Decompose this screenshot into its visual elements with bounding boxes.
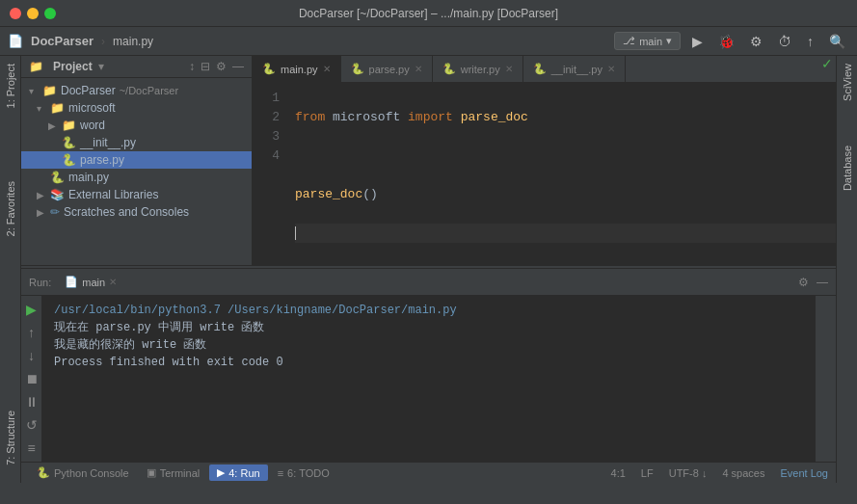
- run-minimize-icon[interactable]: —: [817, 276, 828, 289]
- run-play-button[interactable]: ▶: [24, 300, 39, 319]
- run-stop-button[interactable]: ⏹: [23, 369, 40, 388]
- tree-scratches-item[interactable]: ▶ ✏ Scratches and Consoles: [21, 203, 252, 221]
- tab-main-py-label: main.py: [281, 64, 318, 75]
- run-button[interactable]: ▶: [688, 32, 707, 51]
- word-folder-icon: 📁: [62, 119, 76, 132]
- sidebar-item-database[interactable]: Database: [838, 138, 857, 199]
- line-ending: LF: [641, 467, 654, 479]
- sync-icon[interactable]: ↕: [189, 60, 195, 73]
- run-output: /usr/local/bin/python3.7 /Users/kingname…: [42, 296, 815, 462]
- sidebar-item-favorites[interactable]: 2: Favorites: [1, 173, 20, 244]
- main-toolbar: 📄 DocParser › main.py ⎇ main ▾ ▶ 🐞 ⚙ ⏱ ↑…: [0, 27, 857, 56]
- run-up-button[interactable]: ↑: [26, 323, 37, 342]
- run-main-tab[interactable]: 📄 main ✕: [57, 269, 124, 295]
- maximize-button[interactable]: [44, 8, 56, 19]
- tree-main-item[interactable]: ▶ 🐍 main.py: [21, 169, 252, 186]
- profile-button[interactable]: ⏱: [774, 32, 795, 51]
- bottom-tabs: 🐍 Python Console ▣ Terminal ▶ 4: Run ≡ 6…: [29, 464, 337, 481]
- close-button[interactable]: [10, 8, 21, 19]
- ext-libs-icon: 📚: [50, 188, 65, 201]
- tree-microsoft-item[interactable]: ▾ 📁 microsoft: [21, 99, 252, 117]
- titlebar: DocParser [~/DocParser] – .../main.py [D…: [0, 0, 857, 27]
- python-console-label: Python Console: [54, 467, 129, 479]
- code-content[interactable]: from microsoft import parse_doc parse_do…: [287, 83, 836, 265]
- run-rerun-button[interactable]: ↺: [24, 415, 40, 435]
- tree-word-item[interactable]: ▶ 📁 word: [21, 117, 252, 134]
- code-line-3: parse_doc(): [295, 187, 378, 201]
- scratches-label: Scratches and Consoles: [64, 205, 189, 219]
- tab-close-icon[interactable]: ✕: [415, 64, 422, 74]
- main-file-icon: 🐍: [50, 171, 65, 184]
- code-line-1: from microsoft import parse_doc: [295, 110, 528, 124]
- tab-close-icon[interactable]: ✕: [505, 64, 513, 74]
- line-numbers: 1 2 3 4: [253, 83, 287, 265]
- tab-close-icon[interactable]: ✕: [323, 64, 331, 74]
- collapse-icon[interactable]: ⊟: [201, 60, 210, 73]
- sidebar-item-sciview[interactable]: SciView: [838, 56, 857, 109]
- run-pause-button[interactable]: ⏸: [23, 392, 40, 411]
- output-line-5: Process finished with exit code 0: [54, 354, 803, 371]
- tab-init-py[interactable]: 🐍 __init__.py ✕: [523, 56, 626, 82]
- terminal-icon: ▣: [147, 466, 156, 479]
- word-label: word: [80, 119, 105, 132]
- init-label: __init__.py: [80, 136, 136, 149]
- project-header-label: Project: [53, 60, 93, 73]
- debug-button[interactable]: 🐞: [714, 32, 738, 51]
- parse-label: parse.py: [80, 153, 124, 167]
- run-tab-name: main: [82, 277, 105, 288]
- scratches-icon: ✏: [50, 205, 60, 219]
- output-line-2: 现在在 parse.py 中调用 write 函数: [54, 319, 803, 336]
- microsoft-label: microsoft: [68, 101, 116, 115]
- tab-close-icon[interactable]: ✕: [607, 64, 615, 74]
- sidebar-item-project[interactable]: 1: Project: [1, 56, 20, 116]
- more-icon[interactable]: —: [232, 60, 244, 73]
- tree-parse-item[interactable]: ▶ 🐍 parse.py: [21, 151, 252, 169]
- tree-arrow-collapsed-icon: ▶: [37, 190, 46, 200]
- run-right-controls: [815, 296, 836, 462]
- code-line-4: [295, 224, 836, 243]
- terminal-label: Terminal: [160, 467, 201, 479]
- vcs-button[interactable]: ↑: [803, 32, 817, 51]
- left-sidebar: 1: Project 2: Favorites 7: Structure: [0, 56, 21, 483]
- tab-py-icon: 🐍: [262, 63, 276, 75]
- code-editor[interactable]: 1 2 3 4 from microsoft import parse_doc …: [253, 83, 836, 265]
- run-wrap-icon[interactable]: ≡: [25, 438, 37, 458]
- tab-py-icon: 🐍: [351, 63, 364, 75]
- tree-arrow-collapsed-icon: ▶: [37, 207, 46, 218]
- project-header-icon: ▾: [98, 60, 104, 73]
- run-toolbar: Run: 📄 main ✕ ⚙ —: [21, 269, 836, 296]
- tree-ext-libs-item[interactable]: ▶ 📚 External Libraries: [21, 186, 252, 203]
- tree-root-item[interactable]: ▾ 📁 DocParser ~/DocParser: [21, 82, 252, 99]
- settings-icon[interactable]: ⚙: [216, 60, 227, 73]
- line-num-3: 3: [253, 127, 280, 146]
- main-content: 📁 Project ▾ ↕ ⊟ ⚙ — ▾ 📁 DocParse: [21, 56, 836, 483]
- tab-terminal[interactable]: ▣ Terminal: [139, 464, 208, 481]
- tab-todo[interactable]: ≡ 6: TODO: [270, 465, 337, 481]
- tab-python-console[interactable]: 🐍 Python Console: [29, 464, 137, 481]
- event-log[interactable]: Event Log: [780, 467, 828, 479]
- window-controls[interactable]: [10, 8, 56, 19]
- sidebar-item-structure[interactable]: 7: Structure: [1, 403, 20, 473]
- run-down-button[interactable]: ↓: [26, 346, 37, 365]
- tab-main-py[interactable]: 🐍 main.py ✕: [253, 56, 341, 82]
- branch-selector[interactable]: ⎇ main ▾: [614, 32, 681, 50]
- tab-run[interactable]: ▶ 4: Run: [209, 464, 267, 481]
- minimize-button[interactable]: [27, 8, 39, 19]
- tab-parse-py[interactable]: 🐍 parse.py ✕: [341, 56, 433, 82]
- tree-init-item[interactable]: ▶ 🐍 __init__.py: [21, 134, 252, 151]
- run-side-controls: ▶ ↑ ↓ ⏹ ⏸ ↺ ≡ 🖨 🗑: [21, 296, 42, 462]
- root-label: DocParser: [61, 84, 116, 97]
- run-settings-icon[interactable]: ⚙: [798, 276, 809, 289]
- project-tree-panel: 📁 Project ▾ ↕ ⊟ ⚙ — ▾ 📁 DocParse: [21, 56, 253, 265]
- coverage-button[interactable]: ⚙: [746, 32, 766, 51]
- run-tab-close-icon[interactable]: ✕: [109, 277, 117, 287]
- tab-parse-py-label: parse.py: [369, 64, 410, 75]
- tree-arrow-collapsed-icon: ▶: [48, 120, 58, 131]
- run-label: Run:: [29, 277, 51, 288]
- tab-writer-py[interactable]: 🐍 writer.py ✕: [433, 56, 523, 82]
- project-header-icons: ↕ ⊟ ⚙ —: [189, 60, 244, 73]
- encoding: UTF-8 ↓: [669, 467, 708, 479]
- search-everywhere-button[interactable]: 🔍: [825, 32, 849, 51]
- project-name: DocParser: [31, 34, 94, 48]
- git-icon: ⎇: [623, 35, 635, 47]
